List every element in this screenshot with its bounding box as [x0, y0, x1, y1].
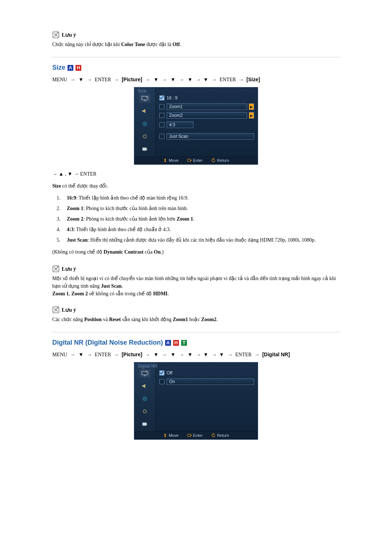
- list-item: Just Scan: Hiển thị những cảnh được đưa …: [62, 237, 340, 243]
- osd-title: Size: [138, 89, 146, 94]
- osd-footer: Move Enter Return: [134, 156, 258, 164]
- osd-side-setup-icon[interactable]: [139, 132, 151, 141]
- osd-option-row[interactable]: Just Scan: [159, 133, 254, 140]
- osd-side-input-icon[interactable]: [139, 420, 151, 428]
- osd-side-nav: [134, 87, 156, 156]
- post-nav-text: → ▲ , ▼ → ENTER: [52, 171, 340, 177]
- text-bold: Zoom 1: [176, 216, 193, 222]
- osd-options: 16 : 9 Zoom1 ▶ Zoom2 ▶ 4:3: [156, 87, 258, 156]
- osd-title: Digital NR: [138, 364, 158, 369]
- osd-check-off-icon: [159, 122, 164, 127]
- menu-step: MENU: [52, 352, 67, 357]
- item-name: Just Scan: [67, 237, 87, 243]
- osd-option-row[interactable]: On: [159, 378, 254, 385]
- svg-point-2: [146, 97, 147, 98]
- osd-footer-move: Move: [163, 158, 179, 163]
- mode-badge-t: T: [181, 340, 187, 346]
- text: Các chức năng: [52, 317, 84, 322]
- menu-step: ENTER: [220, 77, 236, 82]
- note-icon: [52, 265, 60, 272]
- osd-footer-label: Enter: [193, 433, 203, 438]
- section-title-text: Digital NR (Digital Noise Reduction): [52, 339, 163, 346]
- osd-option-row[interactable]: 16 : 9: [159, 95, 254, 101]
- down-icon: ▼: [153, 352, 159, 357]
- osd-footer-move: Move: [163, 433, 179, 438]
- arrow-icon: →: [253, 352, 261, 357]
- item-desc: : Hiển thị những cảnh được đưa vào đầy đ…: [87, 237, 315, 243]
- text: .: [168, 291, 169, 296]
- osd-option-label: 4:3: [167, 122, 193, 128]
- osd-footer-enter: Enter: [187, 158, 203, 163]
- osd-side-picture-icon[interactable]: [139, 369, 151, 378]
- osd-more-icon[interactable]: ▶: [249, 112, 254, 119]
- down-icon: ▼: [203, 77, 209, 82]
- body-text: (Không có trong chế độ Dynamic Contrast …: [52, 249, 340, 255]
- text-bold: Off: [172, 42, 180, 47]
- arrow-icon: →: [86, 352, 94, 357]
- osd-side-setup-icon[interactable]: [139, 407, 151, 416]
- osd-option-label: Just Scan: [167, 133, 254, 140]
- text-bold: Size: [52, 183, 61, 189]
- arrow-icon: →: [177, 352, 185, 357]
- menu-path: MENU → ▼ → ENTER → [Picture] → ▼ → ▼ → ▼…: [52, 352, 340, 358]
- osd-more-icon[interactable]: ▶: [249, 103, 254, 110]
- osd-side-channel-icon[interactable]: [139, 119, 151, 128]
- arrow-icon: →: [160, 77, 168, 82]
- osd-side-picture-icon[interactable]: [139, 94, 151, 103]
- item-name: 4:3: [67, 227, 74, 232]
- text-bold: Dynamic Contrast: [103, 249, 143, 255]
- note-label: Lưu ý: [62, 32, 76, 38]
- down-icon: ▼: [78, 77, 84, 82]
- osd-option-row[interactable]: 4:3: [159, 122, 254, 128]
- text-bold: Reset: [109, 317, 121, 322]
- section-title-text: Size: [52, 64, 65, 71]
- svg-rect-1: [142, 96, 148, 100]
- arrow-icon: →: [144, 352, 152, 357]
- item-desc: : Thiết lập hình ảnh theo chế độ chuẩn ở…: [74, 227, 171, 232]
- down-icon: ▼: [187, 77, 193, 82]
- osd-footer-return: Return: [211, 433, 229, 438]
- osd-side-sound-icon[interactable]: [139, 107, 151, 115]
- arrow-icon: →: [237, 77, 245, 82]
- text-bold: Zoom 2: [72, 291, 88, 296]
- svg-rect-10: [142, 371, 148, 375]
- item-name: Zoom 1: [67, 206, 83, 211]
- osd-side-input-icon[interactable]: [139, 145, 151, 153]
- arrow-icon: →: [69, 77, 77, 82]
- item-name: 16:9: [67, 195, 76, 201]
- osd-check-off-icon: [159, 134, 164, 139]
- osd-option-label: Zoom2: [167, 112, 247, 119]
- note-icon: [52, 31, 60, 38]
- osd-footer-label: Enter: [193, 158, 203, 163]
- text: Một số thiết bị ngoại vi có thể chuyển v…: [52, 276, 336, 289]
- menu-step-bold: [Picture]: [122, 77, 142, 82]
- svg-point-11: [146, 372, 147, 373]
- osd-footer-label: Move: [169, 433, 179, 438]
- section-title-digital-nr: Digital NR (Digital Noise Reduction) A H…: [52, 339, 340, 346]
- mode-badge-h: H: [173, 340, 179, 346]
- osd-footer-label: Move: [169, 158, 179, 163]
- osd-side-channel-icon[interactable]: [139, 394, 151, 403]
- svg-rect-15: [142, 423, 147, 426]
- text: ,: [69, 291, 72, 296]
- item-desc: : Thiết lập hình ảnh theo chế độ màn hìn…: [76, 195, 189, 201]
- text-bold: Zoom1: [173, 317, 188, 322]
- osd-option-row[interactable]: Zoom2 ▶: [159, 112, 254, 119]
- osd-option-label: Zoom1: [167, 103, 247, 110]
- osd-side-sound-icon[interactable]: [139, 382, 151, 390]
- text: và: [102, 317, 109, 322]
- osd-option-row[interactable]: Off: [159, 370, 254, 376]
- text: .: [216, 317, 218, 322]
- osd-option-label: Off: [167, 370, 254, 376]
- note-block: Lưu ý Một số thiết bị ngoại vi có thể ch…: [52, 265, 340, 297]
- arrow-icon: →: [69, 352, 77, 357]
- list-item: Zoom 1: Phóng to kích thước của hình ảnh…: [62, 205, 340, 212]
- item-desc: : Phóng to kích thước của hình ảnh lớn h…: [83, 216, 177, 222]
- osd-option-row[interactable]: Zoom1 ▶: [159, 103, 254, 110]
- list-item: Zoom 2: Phóng to kích thước của hình ảnh…: [62, 216, 340, 222]
- arrow-icon: →: [160, 352, 168, 357]
- list-item: 4:3: Thiết lập hình ảnh theo chế độ chuẩ…: [62, 226, 340, 233]
- note-body: Zoom 1, Zoom 2 sẽ không có sẵn trong chế…: [52, 290, 340, 297]
- down-icon: ▼: [153, 77, 159, 82]
- text: Chức năng này chỉ được bật khi: [52, 42, 121, 47]
